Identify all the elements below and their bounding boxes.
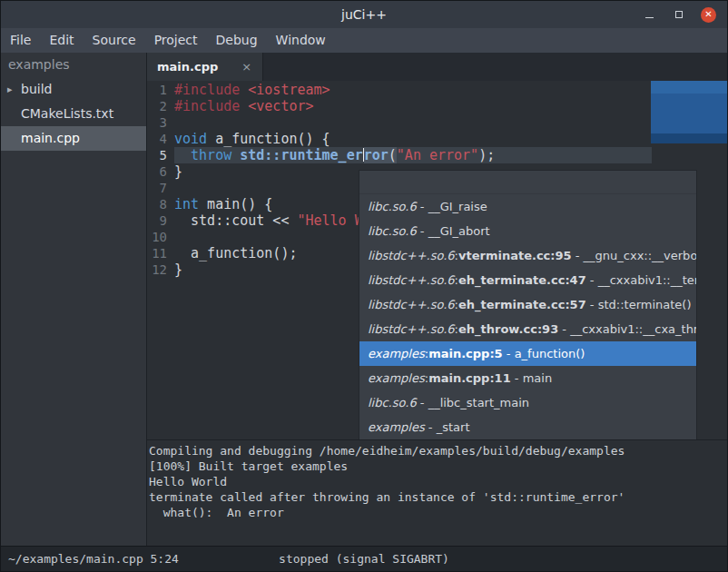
menu-item-source[interactable]: Source — [84, 28, 145, 53]
tree-item-main-cpp[interactable]: main.cpp — [1, 126, 146, 151]
line-number: 12 — [147, 261, 174, 278]
tab-main-cpp[interactable]: main.cpp × — [147, 53, 263, 81]
backtrace-item[interactable]: libstdc++.so.6:eh_throw.cc:93 - __cxxabi… — [359, 317, 696, 341]
line-number: 6 — [147, 163, 174, 180]
backtrace-popup: libc.so.6 - __GI_raiselibc.so.6 - __GI_a… — [359, 170, 697, 439]
line-number: 7 — [147, 180, 174, 196]
main-panel: main.cpp × 1#include <iostream>2#include… — [147, 53, 727, 546]
tree-item-build[interactable]: ▸build — [1, 77, 146, 102]
code-segment: std::cout << — [174, 212, 297, 229]
popup-search-row[interactable] — [359, 171, 696, 194]
juci-window: juCi++ ✕ FileEditSourceProjectDebugWindo… — [0, 0, 728, 572]
code-line: 4void a_function() { — [147, 131, 727, 147]
line-number: 11 — [147, 245, 174, 261]
backtrace-separator: - — [558, 322, 570, 336]
line-number: 1 — [147, 82, 174, 98]
backtrace-item[interactable]: examples:main.cpp:11 - main — [359, 366, 696, 390]
code-segment: void — [174, 131, 207, 147]
file-tree: ▸buildCMakeLists.txtmain.cpp — [1, 77, 146, 151]
menu-item-window[interactable]: Window — [267, 28, 335, 53]
line-number: 10 — [147, 229, 174, 245]
content-area: examples ▸buildCMakeLists.txtmain.cpp ma… — [1, 53, 727, 546]
restore-button[interactable] — [671, 6, 687, 23]
code-text: int main() { — [174, 196, 272, 212]
blue-overlay-bottom — [651, 133, 727, 143]
menu-item-edit[interactable]: Edit — [40, 28, 83, 53]
backtrace-module: libstdc++.so.6 — [368, 273, 455, 287]
menu-item-file[interactable]: File — [1, 28, 40, 53]
backtrace-module: libc.so.6 — [368, 200, 417, 213]
backtrace-function: __GI_abort — [428, 224, 490, 238]
minimize-button[interactable] — [641, 6, 657, 23]
line-number: 9 — [147, 212, 174, 229]
backtrace-item[interactable]: examples - _start — [359, 415, 696, 439]
backtrace-file: main.cpp:11 — [428, 371, 511, 385]
code-segment — [174, 147, 191, 163]
output-terminal[interactable]: Compiling and debugging /home/eidheim/ex… — [147, 439, 727, 546]
tab-bar: main.cpp × — [147, 53, 727, 81]
backtrace-separator: - — [511, 371, 523, 385]
code-segment: a_function(); — [174, 245, 297, 261]
code-segment: <vector> — [248, 98, 313, 114]
minimize-icon — [645, 17, 654, 18]
backtrace-file: eh_throw.cc:93 — [458, 322, 558, 336]
backtrace-item[interactable]: examples:main.cpp:5 - a_function() — [359, 341, 696, 366]
backtrace-module: examples — [368, 347, 425, 360]
backtrace-separator: - — [417, 224, 428, 238]
tree-item-label: main.cpp — [21, 131, 80, 145]
backtrace-function: __gnu_cxx::__verbos — [584, 249, 696, 262]
status-bar: stopped (signal SIGABRT) ~/examples/main… — [1, 546, 727, 571]
backtrace-item[interactable]: libc.so.6 - __libc_start_main — [359, 390, 696, 415]
terminal-line: [100%] Built target examples — [149, 459, 727, 474]
backtrace-function: __GI_raise — [428, 200, 487, 213]
chevron-right-icon[interactable]: ▸ — [7, 77, 13, 102]
terminal-line: Compiling and debugging /home/eidheim/ex… — [149, 443, 727, 459]
backtrace-item[interactable]: libc.so.6 - __GI_abort — [359, 219, 696, 243]
code-line: 2#include <vector> — [147, 98, 727, 114]
code-segment: "Hello W — [297, 212, 362, 229]
backtrace-separator: - — [503, 347, 515, 360]
code-text: } — [174, 261, 182, 278]
code-segment: ( — [389, 147, 397, 163]
menu-item-project[interactable]: Project — [145, 28, 207, 53]
backtrace-file: eh_terminate.cc:57 — [458, 298, 586, 311]
backtrace-separator: - — [586, 273, 598, 287]
backtrace-file: eh_terminate.cc:47 — [458, 273, 586, 287]
close-button[interactable]: ✕ — [701, 7, 716, 23]
tree-item-cmakelists-txt[interactable]: CMakeLists.txt — [1, 102, 146, 126]
backtrace-separator: - — [417, 396, 428, 409]
backtrace-separator: - — [586, 298, 598, 311]
code-line: 5 throw std::runtime_error("An error"); — [147, 147, 727, 163]
window-controls: ✕ — [641, 6, 727, 23]
backtrace-item[interactable]: libstdc++.so.6:eh_terminate.cc:57 - std:… — [359, 292, 696, 317]
line-number: 4 — [147, 131, 174, 147]
backtrace-module: libc.so.6 — [368, 396, 417, 409]
code-line: 3 — [147, 114, 727, 131]
code-text: #include <vector> — [174, 98, 314, 114]
code-text: throw std::runtime_error("An error"); — [174, 147, 652, 163]
code-segment: int — [174, 196, 199, 212]
code-editor[interactable]: 1#include <iostream>2#include <vector>34… — [147, 81, 727, 439]
code-line: 1#include <iostream> — [147, 82, 727, 98]
restore-icon — [675, 11, 683, 18]
code-text: #include <iostream> — [174, 82, 330, 98]
backtrace-item[interactable]: libstdc++.so.6:eh_terminate.cc:47 - __cx… — [359, 268, 696, 292]
backtrace-item[interactable]: libc.so.6 - __GI_raise — [359, 194, 696, 219]
close-icon: ✕ — [704, 10, 712, 19]
backtrace-file: vterminate.cc:95 — [458, 249, 572, 262]
code-text: } — [174, 163, 182, 180]
terminal-line: what(): An error — [149, 505, 727, 520]
backtrace-file: main.cpp:5 — [428, 347, 503, 360]
tab-close-icon[interactable]: × — [241, 60, 251, 74]
backtrace-item[interactable]: libstdc++.so.6:vterminate.cc:95 - __gnu_… — [359, 243, 696, 268]
backtrace-function: __cxxabiv1::__term — [598, 273, 696, 287]
code-segment: ); — [478, 147, 495, 163]
menu-bar: FileEditSourceProjectDebugWindow — [1, 28, 727, 53]
tree-item-label: build — [21, 82, 52, 96]
line-number: 5 — [147, 147, 174, 163]
terminal-line: terminate called after throwing an insta… — [149, 489, 727, 505]
code-segment: } — [174, 261, 182, 278]
backtrace-separator: - — [425, 420, 437, 434]
line-number: 3 — [147, 114, 174, 131]
menu-item-debug[interactable]: Debug — [207, 28, 267, 53]
